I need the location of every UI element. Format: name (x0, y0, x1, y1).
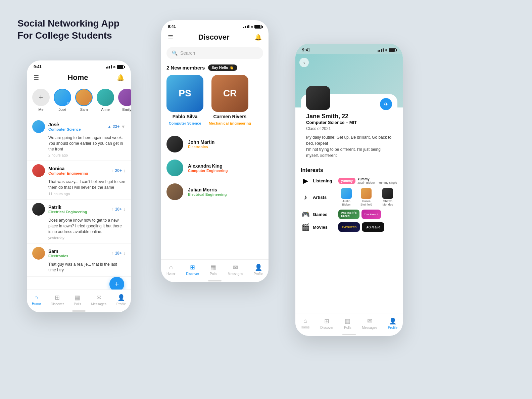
avatar-jose (32, 120, 45, 133)
profile-major: Computer Science – MIT (306, 120, 392, 125)
nav-polls[interactable]: ▦ Polls (344, 317, 351, 329)
new-members-label: 2 New members (166, 65, 205, 71)
nav-home[interactable]: ⌂ Home (32, 294, 41, 306)
nav-polls[interactable]: ▦ Polls (210, 264, 217, 276)
post-patrik: Patrik Electrical Engineering ↑ 10+ ↓ Do… (27, 200, 131, 243)
post-monica: Monica Computer Engineering ↑ 20+ ↓ That… (27, 161, 131, 200)
wifi-icon: ⌾ (251, 25, 253, 29)
bottom-nav-profile: ⌂ Home ⊞ Discover ▦ Polls ✉ Messages 👤 P… (295, 313, 403, 336)
nav-polls[interactable]: ▦ Polls (74, 294, 81, 306)
artist-bieber (341, 188, 352, 199)
artist-mendes (382, 188, 393, 199)
interest-games: 🎮 Games Assassin'sCreed The Sims 4 (301, 210, 397, 219)
member-alexandra[interactable]: Alexandra King Computer Engineering (161, 156, 269, 180)
nav-profile[interactable]: 👤 Profile (254, 264, 263, 276)
nav-messages[interactable]: ✉ Messages (362, 317, 377, 329)
profile-class: Class of 2021 (306, 126, 392, 131)
nav-profile[interactable]: 👤 Profile (116, 294, 126, 306)
avatar-julian (166, 183, 183, 200)
movie-avengers: AVENGERS (338, 222, 360, 232)
phone-profile: 9:41 ⌾ ‹ ✈ Jane Smith, 22 Computer Scien… (295, 44, 403, 336)
bottom-nav-discover: ⌂ Home ⊞ Discover ▦ Polls ✉ Messages 👤 P… (161, 259, 269, 282)
member-john[interactable]: John Martin Electronics (161, 132, 269, 156)
signal-icon (378, 48, 384, 52)
story-anne[interactable]: Anne (97, 89, 114, 112)
games-icon: 🎮 (301, 210, 310, 218)
interest-listening: ▶ Listening yummy Yummy Justin Bieber – … (301, 177, 397, 185)
nav-discover[interactable]: ⊞ Discover (186, 264, 199, 276)
menu-icon[interactable]: ☰ (168, 34, 173, 41)
nav-messages[interactable]: ✉ Messages (228, 264, 243, 276)
story-add[interactable]: + Me (32, 89, 50, 112)
interest-artists: ♪ Artists Justin Bieber Hailee Steinfeld… (301, 188, 397, 206)
game-ac: Assassin'sCreed (338, 210, 359, 219)
page-title: Social Networking App For College Studen… (17, 17, 119, 42)
story-jose[interactable]: Josè (54, 89, 71, 112)
home-title: Home (67, 73, 88, 82)
profile-avatar (306, 86, 330, 110)
avatar-sam (32, 247, 45, 260)
status-bar-profile: 9:41 ⌾ (295, 44, 403, 54)
profile-name: Jane Smith, 22 (306, 113, 392, 120)
game-sims: The Sims 4 (361, 210, 381, 219)
phone-discover: 9:41 ⌾ ☰ Discover 🔔 🔍 Search 2 New membe… (161, 20, 269, 282)
bell-icon[interactable]: 🔔 (117, 74, 124, 81)
story-sam[interactable]: Sam (75, 89, 93, 112)
interests-title: Interests (301, 167, 397, 173)
back-button[interactable]: ‹ (299, 58, 309, 67)
home-header: ☰ Home 🔔 (27, 71, 131, 86)
battery-icon (254, 25, 262, 29)
search-bar[interactable]: 🔍 Search (166, 47, 263, 59)
avatar-john (166, 136, 183, 152)
wifi-icon: ⌾ (113, 65, 115, 69)
menu-icon[interactable]: ☰ (34, 74, 39, 81)
new-member-carmen[interactable]: CR Carmen Rivers Mechanical Engineering (209, 75, 251, 125)
nav-discover[interactable]: ⊞ Discover (51, 294, 64, 306)
nav-home[interactable]: ⌂ Home (301, 317, 310, 329)
phone-home: 9:41 ⌾ ☰ Home 🔔 + Me Josè (27, 60, 131, 312)
profile-bio: My daily routine: Get up, Be brilliant, … (306, 134, 392, 159)
signal-icon (106, 65, 112, 69)
artist-steinfeld (361, 188, 372, 199)
battery-icon (389, 48, 396, 52)
wifi-icon: ⌾ (385, 48, 387, 52)
battery-icon (117, 65, 124, 69)
posts-list: Josè Computer Science ▲ 23+ ▼ We are goi… (27, 117, 131, 277)
member-julian[interactable]: Julian Morris Electrical Engineering (161, 180, 269, 204)
status-bar-discover: 9:41 ⌾ (161, 20, 269, 30)
new-member-pablo[interactable]: PS Pablo Silva Computer Science (166, 75, 203, 125)
nav-messages[interactable]: ✉ Messages (91, 294, 106, 306)
search-icon: 🔍 (172, 50, 178, 56)
search-placeholder: Search (180, 50, 195, 56)
movie-joker: JOKER (362, 222, 384, 232)
new-members-section: 2 New members Say Hello 👋 (161, 63, 269, 75)
avatar-patrik (32, 203, 45, 216)
story-emily[interactable]: Emily (118, 89, 131, 112)
avatar-monica (32, 164, 45, 177)
discover-title: Discover (198, 33, 230, 42)
say-hello-badge[interactable]: Say Hello 👋 (208, 64, 237, 71)
profile-card: ✈ Jane Smith, 22 Computer Science – MIT … (301, 94, 397, 164)
post-jose: Josè Computer Science ▲ 23+ ▼ We are goi… (27, 117, 131, 161)
avatar-alexandra (166, 160, 183, 176)
add-story-button[interactable]: + (32, 89, 50, 106)
post-sam: Sam Electronics ↑ 18+ ↓ That guy was a r… (27, 243, 131, 277)
new-members-row: PS Pablo Silva Computer Science CR Carme… (161, 75, 269, 132)
movies-icon: 🎬 (301, 223, 310, 231)
status-bar-home: 9:41 ⌾ (27, 60, 131, 71)
members-list: John Martin Electronics Alexandra King C… (161, 132, 269, 204)
message-button[interactable]: ✈ (380, 98, 392, 110)
stories-row: + Me Josè Sam Anne Emily (27, 86, 131, 117)
bell-icon[interactable]: 🔔 (254, 34, 262, 41)
interests-section: Interests ▶ Listening yummy Yummy Justin… (295, 164, 403, 232)
discover-header: ☰ Discover 🔔 (161, 30, 269, 46)
music-icon: ♪ (301, 193, 310, 201)
interest-movies: 🎬 Movies AVENGERS JOKER (301, 222, 397, 232)
nav-home[interactable]: ⌂ Home (166, 264, 176, 275)
nav-profile[interactable]: 👤 Profile (388, 317, 397, 329)
avatar-pablo: PS (166, 75, 203, 112)
signal-icon (243, 25, 249, 28)
avatar-carmen: CR (211, 75, 248, 112)
nav-discover[interactable]: ⊞ Discover (320, 317, 333, 329)
play-icon: ▶ (301, 177, 310, 185)
